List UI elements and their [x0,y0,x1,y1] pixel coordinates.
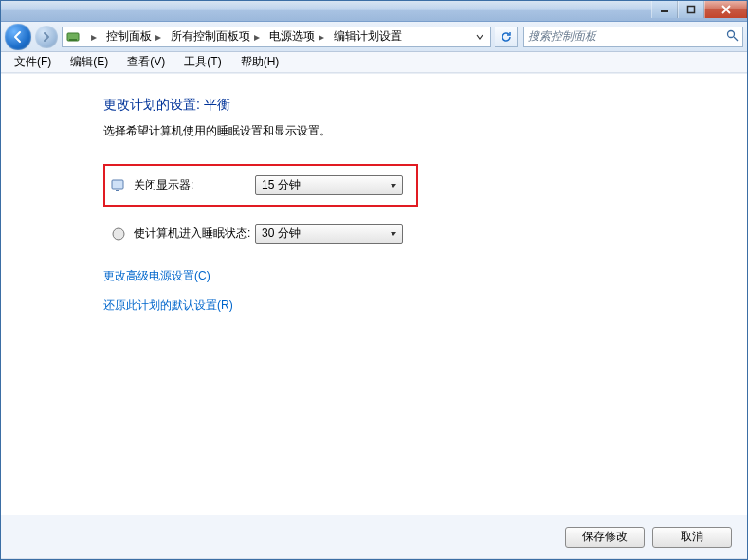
menu-help[interactable]: 帮助(H) [231,52,289,72]
breadcrumb-item-all-items[interactable]: 所有控制面板项▸ [165,27,264,46]
search-placeholder: 搜索控制面板 [528,28,726,45]
svg-rect-9 [116,190,119,191]
monitor-icon [111,178,126,193]
footer: 保存修改 取消 [1,515,747,558]
breadcrumb-label: 控制面板 [106,28,152,45]
breadcrumb-label: 电源选项 [269,28,315,45]
search-input[interactable]: 搜索控制面板 [523,27,743,47]
back-button[interactable] [5,24,31,50]
breadcrumb-item-control-panel[interactable]: 控制面板▸ [100,27,165,46]
save-button[interactable]: 保存修改 [565,527,645,548]
arrow-right-icon [41,31,52,43]
turn-off-display-row: 关闭显示器: 15 分钟 [103,164,418,207]
page-description: 选择希望计算机使用的睡眠设置和显示设置。 [103,123,672,139]
page-title: 更改计划的设置: 平衡 [103,97,672,114]
refresh-button[interactable] [495,27,518,47]
menu-file[interactable]: 文件(F) [5,52,61,72]
close-button[interactable] [704,1,747,18]
address-bar[interactable]: ▸ 控制面板▸ 所有控制面板项▸ 电源选项▸ 编辑计划设置 [62,27,491,47]
arrow-left-icon [11,30,25,44]
forward-button[interactable] [35,26,58,48]
turn-off-display-label: 关闭显示器: [134,177,255,193]
chevron-down-icon [386,178,400,192]
restore-defaults-link[interactable]: 还原此计划的默认设置(R) [103,298,672,314]
menu-edit[interactable]: 编辑(E) [61,52,118,72]
close-icon [721,5,731,14]
content-inner: 更改计划的设置: 平衡 选择希望计算机使用的睡眠设置和显示设置。 关闭显示器: … [103,97,672,314]
menu-view[interactable]: 查看(V) [118,52,174,72]
window: ▸ 控制面板▸ 所有控制面板项▸ 电源选项▸ 编辑计划设置 搜索控制面板 文件(… [0,0,748,560]
svg-line-7 [734,37,738,41]
dropdown-value: 30 分钟 [262,226,386,242]
search-icon [726,29,739,45]
maximize-icon [686,5,696,14]
sleep-label: 使计算机进入睡眠状态: [134,226,255,242]
sleep-dropdown[interactable]: 30 分钟 [255,224,403,244]
moon-icon [111,226,126,242]
menu-tools[interactable]: 工具(T) [174,52,230,72]
advanced-power-settings-link[interactable]: 更改高级电源设置(C) [103,268,672,284]
breadcrumb-root-dropdown[interactable]: ▸ [82,27,100,46]
breadcrumb-item-edit-plan[interactable]: 编辑计划设置 [328,27,406,46]
chevron-down-icon [476,33,483,41]
chevron-right-icon: ▸ [254,30,260,44]
chevron-right-icon: ▸ [91,30,97,44]
dropdown-value: 15 分钟 [262,177,386,193]
svg-rect-8 [112,180,123,189]
turn-off-display-dropdown[interactable]: 15 分钟 [255,175,403,195]
chevron-right-icon: ▸ [155,30,161,44]
link-list: 更改高级电源设置(C) 还原此计划的默认设置(R) [103,268,672,314]
breadcrumb-label: 编辑计划设置 [334,28,402,45]
control-panel-icon [64,30,82,44]
svg-rect-5 [69,39,77,41]
title-bar [1,1,747,22]
chevron-right-icon: ▸ [319,30,324,44]
content-area: 更改计划的设置: 平衡 选择希望计算机使用的睡眠设置和显示设置。 关闭显示器: … [1,73,747,559]
minimize-icon [660,5,669,14]
minimize-button[interactable] [651,1,678,18]
nav-bar: ▸ 控制面板▸ 所有控制面板项▸ 电源选项▸ 编辑计划设置 搜索控制面板 [1,22,747,52]
chevron-down-icon [386,226,400,241]
cancel-button[interactable]: 取消 [652,527,732,548]
svg-rect-1 [688,7,695,13]
breadcrumb-label: 所有控制面板项 [171,28,250,45]
address-dropdown[interactable] [471,27,488,46]
svg-point-6 [728,30,735,37]
svg-point-10 [113,228,124,240]
maximize-button[interactable] [678,1,704,18]
menu-bar: 文件(F) 编辑(E) 查看(V) 工具(T) 帮助(H) [1,52,747,73]
refresh-icon [500,30,513,44]
sleep-row: 使计算机进入睡眠状态: 30 分钟 [103,224,418,244]
breadcrumb-item-power-options[interactable]: 电源选项▸ [264,27,328,46]
